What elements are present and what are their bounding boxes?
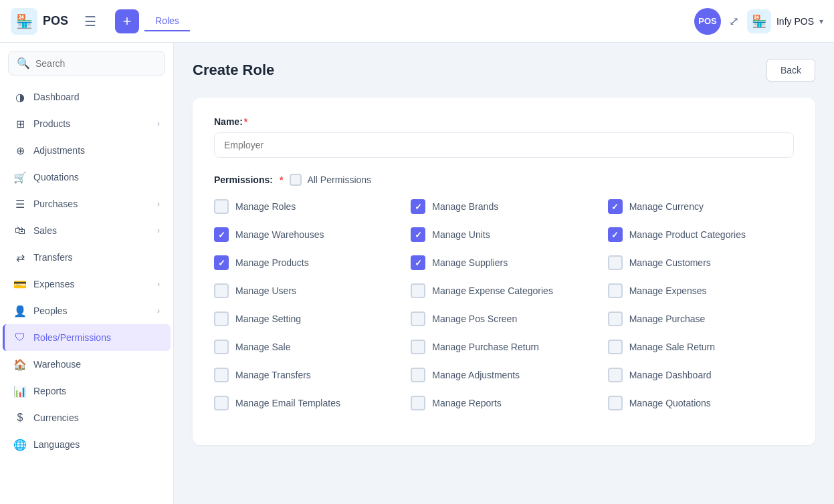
page-title: Create Role (193, 61, 274, 79)
new-tab-button[interactable]: + (115, 9, 139, 33)
perm-item-manage-expenses[interactable]: Manage Expenses (608, 283, 794, 298)
all-permissions-toggle[interactable]: All Permissions (290, 174, 371, 186)
perm-label-manage-users: Manage Users (235, 285, 296, 296)
sidebar-item-languages[interactable]: 🌐 Languages (3, 431, 171, 458)
perm-item-manage-users[interactable]: Manage Users (214, 283, 400, 298)
permissions-group: Permissions: * All Permissions Manage Ro… (214, 174, 794, 410)
perm-item-manage-sale[interactable]: Manage Sale (214, 340, 400, 354)
perm-item-manage-purchase-return[interactable]: Manage Purchase Return (411, 340, 597, 354)
user-area[interactable]: 🏪 Infy POS ▾ (747, 9, 823, 33)
permissions-required: * (280, 174, 283, 185)
perm-checkbox-manage-setting[interactable] (214, 311, 229, 326)
perm-item-manage-quotations[interactable]: Manage Quotations (608, 396, 794, 410)
sidebar-label-adjustments: Adjustments (33, 145, 85, 156)
perm-checkbox-manage-sale-return[interactable] (608, 340, 623, 354)
perm-item-manage-sale-return[interactable]: Manage Sale Return (608, 340, 794, 354)
perm-checkbox-manage-reports[interactable] (411, 396, 425, 410)
sidebar-item-purchases[interactable]: ☰ Purchases › (3, 191, 171, 217)
sidebar-icon-quotations: 🛒 (13, 170, 27, 184)
sidebar-item-adjustments[interactable]: ⊕ Adjustments (3, 137, 171, 164)
all-permissions-checkbox[interactable] (290, 174, 302, 186)
perm-item-manage-customers[interactable]: Manage Customers (608, 255, 794, 270)
perm-label-manage-brands: Manage Brands (432, 201, 498, 212)
perm-checkbox-manage-units[interactable] (411, 227, 425, 242)
perm-item-manage-reports[interactable]: Manage Reports (411, 396, 597, 410)
perm-checkbox-manage-product-categories[interactable] (608, 227, 623, 242)
sidebar-chevron-sales: › (157, 226, 160, 235)
perm-item-manage-dashboard[interactable]: Manage Dashboard (608, 368, 794, 382)
perm-item-manage-expense-categories[interactable]: Manage Expense Categories (411, 283, 597, 298)
tab-roles[interactable]: Roles (144, 11, 190, 31)
sidebar-item-sales[interactable]: 🛍 Sales › (3, 217, 171, 244)
perm-checkbox-manage-warehouses[interactable] (214, 227, 229, 242)
sidebar-icon-purchases: ☰ (13, 197, 27, 211)
perm-checkbox-manage-currency[interactable] (608, 199, 623, 214)
perm-item-manage-transfers[interactable]: Manage Transfers (214, 368, 400, 382)
name-label: Name: * (214, 116, 794, 127)
perm-checkbox-manage-dashboard[interactable] (608, 368, 623, 382)
sidebar-label-currencies: Currencies (33, 412, 79, 423)
perm-checkbox-manage-customers[interactable] (608, 255, 623, 270)
tab-area: + Roles (107, 9, 686, 33)
perm-item-manage-purchase[interactable]: Manage Purchase (608, 311, 794, 326)
sidebar-item-dashboard[interactable]: ◑ Dashboard (3, 84, 171, 110)
page-header: Create Role Back (193, 59, 815, 82)
perm-item-manage-setting[interactable]: Manage Setting (214, 311, 400, 326)
name-input[interactable] (214, 132, 794, 158)
perm-item-manage-product-categories[interactable]: Manage Product Categories (608, 227, 794, 242)
sidebar-icon-peoples: 👤 (13, 304, 27, 318)
sidebar-label-expenses: Expenses (33, 279, 74, 289)
sidebar-icon-reports: 📊 (13, 384, 27, 398)
perm-checkbox-manage-expense-categories[interactable] (411, 283, 425, 298)
perm-checkbox-manage-expenses[interactable] (608, 283, 623, 298)
perm-item-manage-warehouses[interactable]: Manage Warehouses (214, 227, 400, 242)
sidebar-chevron-purchases: › (157, 199, 160, 209)
perm-checkbox-manage-brands[interactable] (411, 199, 425, 214)
perm-checkbox-manage-purchase-return[interactable] (411, 340, 425, 354)
perm-checkbox-manage-purchase[interactable] (608, 311, 623, 326)
sidebar-label-warehouse: Warehouse (33, 359, 81, 370)
perm-checkbox-manage-pos-screen[interactable] (411, 311, 425, 326)
perm-checkbox-manage-adjustments[interactable] (411, 368, 425, 382)
sidebar-item-expenses[interactable]: 💳 Expenses › (3, 271, 171, 297)
pos-badge[interactable]: POS (694, 8, 721, 35)
name-field-group: Name: * (214, 116, 794, 158)
sidebar: 🔍 ◑ Dashboard ⊞ Products › ⊕ Adjustments… (0, 43, 174, 504)
perm-checkbox-manage-products[interactable] (214, 255, 229, 270)
perm-item-manage-adjustments[interactable]: Manage Adjustments (411, 368, 597, 382)
search-box[interactable]: 🔍 (8, 51, 165, 76)
sidebar-item-peoples[interactable]: 👤 Peoples › (3, 297, 171, 324)
sidebar-label-reports: Reports (33, 386, 66, 396)
navbar: 🏪 POS ☰ + Roles POS ⤢ 🏪 Infy POS ▾ (0, 0, 834, 43)
sidebar-item-reports[interactable]: 📊 Reports (3, 378, 171, 404)
sidebar-item-quotations[interactable]: 🛒 Quotations (3, 164, 171, 191)
perm-checkbox-manage-suppliers[interactable] (411, 255, 425, 270)
perm-item-manage-brands[interactable]: Manage Brands (411, 199, 597, 214)
sidebar-item-roles[interactable]: 🛡 Roles/Permissions (3, 324, 171, 351)
perm-label-manage-dashboard: Manage Dashboard (629, 370, 712, 380)
perm-item-manage-suppliers[interactable]: Manage Suppliers (411, 255, 597, 270)
perm-item-manage-roles[interactable]: Manage Roles (214, 199, 400, 214)
user-avatar: 🏪 (747, 9, 771, 33)
sidebar-item-warehouse[interactable]: 🏠 Warehouse (3, 351, 171, 378)
sidebar-item-currencies[interactable]: $ Currencies (3, 404, 171, 431)
hamburger-menu[interactable]: ☰ (82, 11, 99, 32)
perm-checkbox-manage-roles[interactable] (214, 199, 229, 214)
perm-item-manage-units[interactable]: Manage Units (411, 227, 597, 242)
perm-checkbox-manage-quotations[interactable] (608, 396, 623, 410)
perm-item-manage-products[interactable]: Manage Products (214, 255, 400, 270)
perm-checkbox-manage-users[interactable] (214, 283, 229, 298)
perm-checkbox-manage-transfers[interactable] (214, 368, 229, 382)
perm-label-manage-transfers: Manage Transfers (235, 370, 311, 380)
perm-item-manage-currency[interactable]: Manage Currency (608, 199, 794, 214)
perm-checkbox-manage-sale[interactable] (214, 340, 229, 354)
perm-checkbox-manage-email-templates[interactable] (214, 396, 229, 410)
perm-label-manage-purchase-return: Manage Purchase Return (432, 342, 539, 352)
expand-icon[interactable]: ⤢ (729, 14, 739, 29)
perm-item-manage-email-templates[interactable]: Manage Email Templates (214, 396, 400, 410)
perm-item-manage-pos-screen[interactable]: Manage Pos Screen (411, 311, 597, 326)
sidebar-item-products[interactable]: ⊞ Products › (3, 110, 171, 137)
back-button[interactable]: Back (766, 59, 815, 82)
sidebar-item-transfers[interactable]: ⇄ Transfers (3, 244, 171, 271)
search-input[interactable] (35, 58, 157, 69)
